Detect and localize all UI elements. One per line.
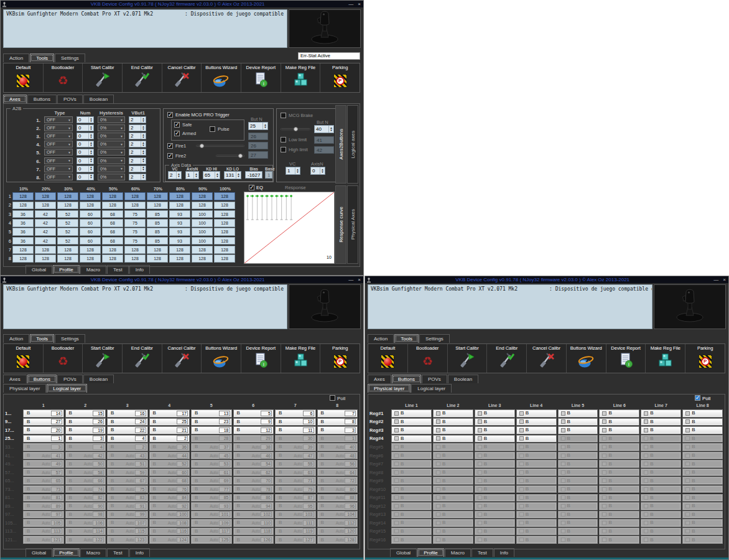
cell-checkbox[interactable] (478, 487, 482, 492)
button-cell[interactable]: B25 (149, 418, 190, 426)
button-cell[interactable]: B (433, 469, 473, 477)
button-cell[interactable]: BAuto122 (65, 536, 106, 544)
spinner-arrows-icon[interactable]: ▲▼ (236, 172, 241, 179)
toolbar-button-device-report[interactable]: Device Reporti (606, 344, 646, 373)
fire2-checkbox[interactable] (167, 153, 173, 159)
a2b-num-spinner[interactable]: 0▲▼ (77, 116, 94, 123)
spinner-arrows-icon[interactable]: ▲▼ (320, 167, 325, 174)
button-cell[interactable]: B (599, 435, 639, 443)
button-cell[interactable]: BAuto102 (233, 511, 274, 519)
button-cell[interactable]: B10 (275, 418, 316, 426)
a2b-vbut-spinner[interactable]: 2▲▼ (129, 141, 146, 147)
cell-checkbox[interactable] (561, 428, 565, 432)
response-cell[interactable]: 36 (12, 228, 34, 236)
response-cell[interactable]: 100 (192, 219, 213, 227)
button-cell[interactable]: BAuto64 (317, 469, 358, 477)
axis-data-kd-hi-spinner[interactable]: 65▲▼ (203, 171, 220, 179)
high-limit-checkbox[interactable] (281, 147, 286, 152)
button-cell[interactable]: BAuto40 (317, 443, 358, 451)
toolbar-button-make-reg-file[interactable]: Make Reg File (281, 344, 321, 373)
bottom-tab-macro[interactable]: Macro (445, 548, 471, 557)
button-cell[interactable]: B (641, 469, 681, 477)
cell-checkbox[interactable] (602, 470, 606, 475)
button-cell[interactable]: B (682, 485, 723, 493)
button-cell[interactable]: BAuto51 (107, 460, 148, 468)
cell-checkbox[interactable] (436, 454, 440, 458)
button-cell[interactable]: B (682, 409, 723, 418)
button-cell[interactable]: BAuto65 (23, 477, 64, 485)
button-cell[interactable]: B7 (317, 409, 358, 418)
button-cell[interactable]: B (475, 435, 515, 443)
a2b-type-select[interactable]: OFF▼ (44, 157, 73, 164)
response-cell[interactable]: 128 (80, 192, 101, 200)
button-cell[interactable]: BAuto79 (275, 485, 316, 493)
section-tab-axes[interactable]: Axes (3, 95, 27, 103)
spinner-arrows-icon[interactable]: ▲▼ (88, 166, 93, 172)
button-cell[interactable]: B (391, 536, 432, 544)
a2b-hysteresis-select[interactable]: 0%▼ (98, 124, 125, 131)
toolbar-button-start-calibr[interactable]: Start Calibr (83, 344, 123, 373)
response-cell[interactable]: 128 (214, 210, 235, 218)
button-cell[interactable]: B (391, 519, 432, 527)
a2b-num-spinner[interactable]: 0▲▼ (77, 141, 94, 147)
button-cell[interactable]: B (433, 536, 473, 544)
button-cell[interactable]: B (516, 426, 557, 434)
spinner-arrows-icon[interactable]: ▲▼ (141, 158, 146, 164)
button-cell[interactable]: BAuto86 (233, 494, 274, 502)
cell-checkbox[interactable] (561, 538, 565, 542)
cell-checkbox[interactable] (561, 436, 565, 441)
button-cell[interactable]: BAuto76 (149, 485, 190, 493)
response-cell[interactable]: 128 (214, 228, 235, 236)
button-cell[interactable]: B (558, 409, 598, 418)
response-cell[interactable]: 128 (147, 246, 168, 254)
a2b-hysteresis-select[interactable]: 0%▼ (98, 157, 125, 164)
button-cell[interactable]: BAuto69 (191, 477, 232, 485)
button-cell[interactable]: B (558, 443, 598, 451)
cell-checkbox[interactable] (644, 462, 648, 466)
button-cell[interactable]: BAuto94 (233, 502, 274, 510)
cell-checkbox[interactable] (478, 478, 482, 483)
cell-checkbox[interactable] (394, 504, 399, 508)
spinner-arrows-icon[interactable]: ▲▼ (141, 166, 146, 172)
response-cell[interactable]: 128 (35, 254, 56, 263)
cell-checkbox[interactable] (519, 504, 524, 508)
button-cell[interactable]: BAuto42 (65, 452, 106, 460)
side-tab-logical-axes[interactable]: Logical axes (347, 105, 358, 184)
pulse-checkbox[interactable] (210, 126, 215, 132)
response-cell[interactable]: 128 (214, 219, 235, 227)
a2b-type-select[interactable]: OFF▼ (44, 116, 73, 123)
layer-tab-logical-layer[interactable]: Logical layer (411, 384, 452, 393)
section-tab-buttons[interactable]: Buttons (27, 375, 57, 383)
button-cell[interactable]: B (641, 519, 681, 527)
button-cell[interactable]: B (433, 485, 473, 493)
cell-checkbox[interactable] (644, 529, 648, 533)
response-cell[interactable]: 128 (80, 254, 101, 263)
button-cell[interactable]: B (599, 426, 639, 434)
button-cell[interactable]: BAuto123 (107, 536, 148, 544)
button-cell[interactable]: B4 (65, 443, 106, 451)
button-cell[interactable]: BAuto53 (191, 460, 232, 468)
response-cell[interactable]: 68 (102, 237, 123, 245)
button-cell[interactable]: B (558, 511, 598, 519)
button-cell[interactable]: B (682, 511, 723, 519)
button-cell[interactable]: B (391, 426, 432, 434)
a2b-vbut-spinner[interactable]: 2▲▼ (129, 133, 146, 139)
button-cell[interactable]: B28 (191, 435, 232, 443)
button-cell[interactable]: BAuto99 (107, 511, 148, 519)
button-cell[interactable]: B (558, 477, 598, 485)
button-cell[interactable]: B (599, 418, 639, 426)
button-cell[interactable]: B (641, 460, 681, 468)
button-cell[interactable]: B (475, 452, 515, 460)
button-cell[interactable]: B4 (107, 435, 148, 443)
button-cell[interactable]: BAuto59 (107, 469, 148, 477)
button-cell[interactable]: BAuto63 (275, 469, 316, 477)
toolbar-button-default[interactable]: Default (4, 344, 44, 373)
button-cell[interactable]: B (641, 477, 681, 485)
main-tab-tools[interactable]: Tools (394, 334, 419, 343)
minimize-button[interactable]: — (713, 277, 718, 283)
button-cell[interactable]: B (516, 519, 557, 527)
spinner-arrows-icon[interactable]: ▲▼ (262, 123, 267, 129)
button-cell[interactable]: B (641, 494, 681, 502)
button-cell[interactable]: BAuto48 (317, 452, 358, 460)
bottom-tab-test[interactable]: Test (471, 548, 493, 557)
